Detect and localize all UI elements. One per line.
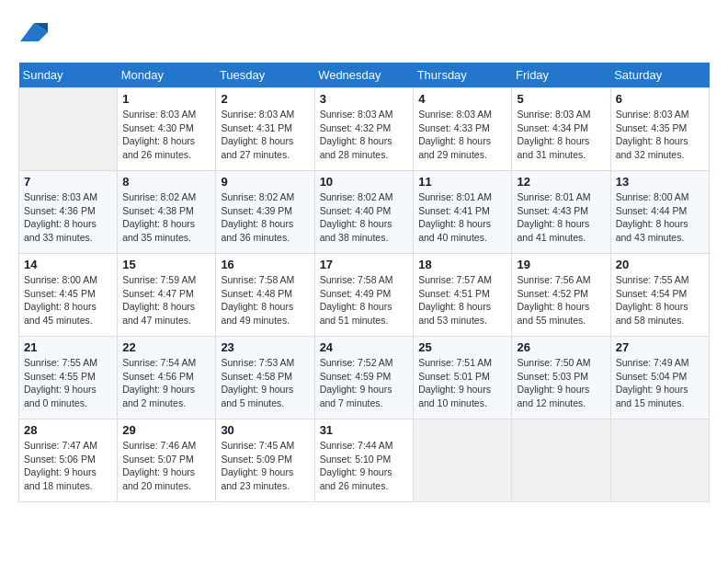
calendar-cell: 20 Sunrise: 7:55 AMSunset: 4:54 PMDaylig… [610, 254, 709, 337]
calendar-cell: 17 Sunrise: 7:58 AMSunset: 4:49 PMDaylig… [314, 254, 414, 337]
day-number: 16 [221, 258, 309, 271]
day-info: Sunrise: 7:55 AMSunset: 4:55 PMDaylight:… [24, 356, 112, 410]
calendar-cell: 15 Sunrise: 7:59 AMSunset: 4:47 PMDaylig… [118, 254, 216, 337]
calendar-week-row: 7 Sunrise: 8:03 AMSunset: 4:36 PMDayligh… [19, 171, 710, 254]
day-info: Sunrise: 8:02 AMSunset: 4:40 PMDaylight:… [320, 190, 409, 245]
day-info: Sunrise: 8:00 AMSunset: 4:44 PMDaylight:… [616, 190, 704, 245]
day-number: 26 [517, 340, 605, 354]
calendar-cell: 26 Sunrise: 7:50 AMSunset: 5:03 PMDaylig… [512, 337, 610, 419]
day-info: Sunrise: 7:59 AMSunset: 4:47 PMDaylight:… [122, 273, 210, 327]
day-info: Sunrise: 7:57 AMSunset: 4:51 PMDaylight:… [418, 273, 506, 327]
day-info: Sunrise: 7:56 AMSunset: 4:52 PMDaylight:… [517, 273, 605, 327]
logo-icon [20, 18, 48, 46]
column-header-sunday: Sunday [19, 63, 118, 88]
day-info: Sunrise: 7:58 AMSunset: 4:48 PMDaylight:… [221, 273, 309, 327]
day-info: Sunrise: 7:45 AMSunset: 5:09 PMDaylight:… [221, 439, 309, 493]
calendar-cell [512, 419, 610, 502]
day-info: Sunrise: 8:03 AMSunset: 4:35 PMDaylight:… [616, 108, 704, 162]
day-number: 14 [24, 258, 112, 271]
calendar-cell: 4 Sunrise: 8:03 AMSunset: 4:33 PMDayligh… [414, 88, 512, 171]
calendar-week-row: 21 Sunrise: 7:55 AMSunset: 4:55 PMDaylig… [19, 337, 710, 419]
calendar-cell: 9 Sunrise: 8:02 AMSunset: 4:39 PMDayligh… [216, 171, 314, 254]
day-info: Sunrise: 8:02 AMSunset: 4:39 PMDaylight:… [221, 190, 309, 245]
day-info: Sunrise: 8:03 AMSunset: 4:32 PMDaylight:… [320, 108, 409, 162]
calendar-cell: 7 Sunrise: 8:03 AMSunset: 4:36 PMDayligh… [19, 171, 118, 254]
day-info: Sunrise: 7:44 AMSunset: 5:10 PMDaylight:… [320, 439, 409, 493]
day-number: 22 [122, 340, 210, 354]
calendar-cell: 2 Sunrise: 8:03 AMSunset: 4:31 PMDayligh… [216, 88, 314, 171]
calendar-header-row: SundayMondayTuesdayWednesdayThursdayFrid… [19, 63, 710, 88]
calendar-cell: 3 Sunrise: 8:03 AMSunset: 4:32 PMDayligh… [314, 88, 414, 171]
day-number: 3 [320, 92, 409, 106]
calendar-cell: 6 Sunrise: 8:03 AMSunset: 4:35 PMDayligh… [610, 88, 709, 171]
calendar-cell: 1 Sunrise: 8:03 AMSunset: 4:30 PMDayligh… [118, 88, 216, 171]
day-number: 8 [122, 175, 210, 189]
day-number: 21 [24, 340, 112, 354]
day-info: Sunrise: 8:03 AMSunset: 4:36 PMDaylight:… [24, 190, 112, 245]
calendar-cell: 31 Sunrise: 7:44 AMSunset: 5:10 PMDaylig… [314, 419, 414, 502]
logo [18, 18, 48, 53]
day-info: Sunrise: 8:03 AMSunset: 4:30 PMDaylight:… [122, 108, 210, 162]
day-info: Sunrise: 7:52 AMSunset: 4:59 PMDaylight:… [320, 356, 409, 410]
day-info: Sunrise: 8:01 AMSunset: 4:41 PMDaylight:… [418, 190, 506, 245]
day-info: Sunrise: 7:55 AMSunset: 4:54 PMDaylight:… [616, 273, 704, 327]
day-number: 7 [24, 175, 112, 189]
day-number: 11 [418, 175, 506, 189]
calendar-cell: 25 Sunrise: 7:51 AMSunset: 5:01 PMDaylig… [414, 337, 512, 419]
calendar-table: SundayMondayTuesdayWednesdayThursdayFrid… [18, 63, 710, 502]
calendar-cell [19, 88, 118, 171]
day-number: 19 [517, 258, 605, 271]
day-info: Sunrise: 8:03 AMSunset: 4:34 PMDaylight:… [517, 108, 605, 162]
day-number: 2 [221, 92, 309, 106]
calendar-cell: 30 Sunrise: 7:45 AMSunset: 5:09 PMDaylig… [216, 419, 314, 502]
day-info: Sunrise: 7:53 AMSunset: 4:58 PMDaylight:… [221, 356, 309, 410]
calendar-cell: 13 Sunrise: 8:00 AMSunset: 4:44 PMDaylig… [610, 171, 709, 254]
calendar-cell: 5 Sunrise: 8:03 AMSunset: 4:34 PMDayligh… [512, 88, 610, 171]
day-info: Sunrise: 7:58 AMSunset: 4:49 PMDaylight:… [320, 273, 409, 327]
day-number: 30 [221, 423, 309, 437]
column-header-thursday: Thursday [414, 63, 512, 88]
day-number: 6 [616, 92, 704, 106]
calendar-cell: 22 Sunrise: 7:54 AMSunset: 4:56 PMDaylig… [118, 337, 216, 419]
calendar-cell: 11 Sunrise: 8:01 AMSunset: 4:41 PMDaylig… [414, 171, 512, 254]
column-header-saturday: Saturday [610, 63, 709, 88]
day-number: 28 [24, 423, 112, 437]
column-header-tuesday: Tuesday [216, 63, 314, 88]
day-number: 4 [418, 92, 506, 106]
calendar-cell: 19 Sunrise: 7:56 AMSunset: 4:52 PMDaylig… [512, 254, 610, 337]
day-number: 18 [418, 258, 506, 271]
calendar-cell [610, 419, 709, 502]
calendar-week-row: 14 Sunrise: 8:00 AMSunset: 4:45 PMDaylig… [19, 254, 710, 337]
day-info: Sunrise: 8:00 AMSunset: 4:45 PMDaylight:… [24, 273, 112, 327]
day-number: 23 [221, 340, 309, 354]
day-info: Sunrise: 7:50 AMSunset: 5:03 PMDaylight:… [517, 356, 605, 410]
day-info: Sunrise: 7:49 AMSunset: 5:04 PMDaylight:… [616, 356, 704, 410]
day-info: Sunrise: 7:46 AMSunset: 5:07 PMDaylight:… [122, 439, 210, 493]
calendar-week-row: 28 Sunrise: 7:47 AMSunset: 5:06 PMDaylig… [19, 419, 710, 502]
day-info: Sunrise: 7:51 AMSunset: 5:01 PMDaylight:… [418, 356, 506, 410]
day-number: 1 [122, 92, 210, 106]
calendar-week-row: 1 Sunrise: 8:03 AMSunset: 4:30 PMDayligh… [19, 88, 710, 171]
day-info: Sunrise: 8:03 AMSunset: 4:31 PMDaylight:… [221, 108, 309, 162]
day-number: 25 [418, 340, 506, 354]
calendar-cell: 24 Sunrise: 7:52 AMSunset: 4:59 PMDaylig… [314, 337, 414, 419]
calendar-cell: 10 Sunrise: 8:02 AMSunset: 4:40 PMDaylig… [314, 171, 414, 254]
day-info: Sunrise: 7:54 AMSunset: 4:56 PMDaylight:… [122, 356, 210, 410]
calendar-cell [414, 419, 512, 502]
day-number: 12 [517, 175, 605, 189]
calendar-cell: 23 Sunrise: 7:53 AMSunset: 4:58 PMDaylig… [216, 337, 314, 419]
day-number: 31 [320, 423, 409, 437]
day-info: Sunrise: 7:47 AMSunset: 5:06 PMDaylight:… [24, 439, 112, 493]
day-info: Sunrise: 8:01 AMSunset: 4:43 PMDaylight:… [517, 190, 605, 245]
day-number: 20 [616, 258, 704, 271]
day-number: 27 [616, 340, 704, 354]
day-info: Sunrise: 8:03 AMSunset: 4:33 PMDaylight:… [418, 108, 506, 162]
day-number: 15 [122, 258, 210, 271]
calendar-cell: 29 Sunrise: 7:46 AMSunset: 5:07 PMDaylig… [118, 419, 216, 502]
day-number: 29 [122, 423, 210, 437]
page-header [18, 18, 710, 53]
day-number: 17 [320, 258, 409, 271]
column-header-friday: Friday [512, 63, 610, 88]
calendar-cell: 21 Sunrise: 7:55 AMSunset: 4:55 PMDaylig… [19, 337, 118, 419]
calendar-cell: 12 Sunrise: 8:01 AMSunset: 4:43 PMDaylig… [512, 171, 610, 254]
